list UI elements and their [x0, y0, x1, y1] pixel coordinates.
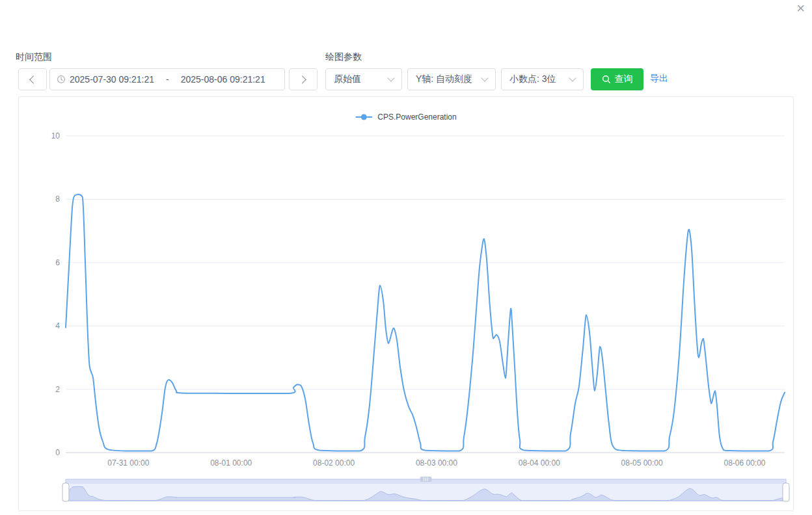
y-axis-mode-select[interactable]: Y轴: 自动刻度	[407, 68, 496, 90]
plot-params-label: 绘图参数	[325, 51, 362, 63]
decimal-places-select[interactable]: 小数点: 3位	[501, 68, 584, 90]
legend-dot-marker	[361, 114, 367, 120]
query-button[interactable]: 查询	[591, 68, 643, 90]
decimal-places-selected: 小数点: 3位	[509, 73, 556, 85]
time-series-dialog: { "window": { "close_icon": "×" }, "tool…	[0, 0, 812, 515]
y-axis-tick-label: 8	[55, 194, 60, 204]
chevron-left-icon	[29, 75, 38, 84]
x-axis-tick-label: 07-31 00:00	[107, 458, 149, 468]
chevron-down-icon	[481, 74, 488, 81]
grip-line	[427, 478, 428, 481]
legend-label: CPS.PowerGeneration	[377, 112, 456, 122]
y-axis-tick-label: 6	[55, 258, 60, 267]
export-link[interactable]: 导出	[650, 73, 668, 85]
y-axis-tick-label: 2	[55, 385, 60, 394]
query-button-label: 查询	[615, 73, 633, 85]
next-range-button[interactable]	[289, 68, 318, 90]
date-separator: -	[166, 74, 169, 85]
y-axis-tick-label: 4	[55, 321, 60, 330]
chevron-right-icon	[298, 75, 306, 84]
chart-panel: CPS.PowerGeneration 024681007-31 00:0008…	[18, 96, 794, 511]
series-line[interactable]	[66, 194, 785, 451]
time-range-label: 时间范围	[16, 51, 52, 63]
prev-range-button[interactable]	[18, 68, 47, 90]
chart-canvas[interactable]: 024681007-31 00:0008-01 00:0008-02 00:00…	[19, 97, 793, 510]
x-axis-tick-label: 08-02 00:00	[313, 458, 355, 468]
date-range-input[interactable]: 2025-07-30 09:21:21 - 2025-08-06 09:21:2…	[49, 68, 285, 90]
y-axis-tick-label: 10	[51, 131, 61, 140]
chevron-down-icon	[569, 74, 576, 81]
y-axis-mode-selected: Y轴: 自动刻度	[416, 73, 472, 85]
legend-item[interactable]: CPS.PowerGeneration	[355, 112, 456, 122]
close-icon[interactable]: ×	[796, 0, 805, 17]
x-axis-tick-label: 08-06 00:00	[724, 458, 765, 468]
y-axis-tick-label: 0	[55, 448, 60, 457]
datazoom-right-handle[interactable]	[783, 483, 789, 501]
clock-icon	[57, 75, 66, 84]
search-icon	[602, 75, 611, 84]
value-type-select[interactable]: 原始值	[325, 68, 402, 90]
value-type-selected: 原始值	[334, 73, 361, 85]
date-end-value: 2025-08-06 09:21:21	[181, 74, 265, 85]
datazoom-left-handle[interactable]	[62, 483, 69, 501]
grip-line	[426, 478, 426, 481]
x-axis-tick-label: 08-03 00:00	[416, 458, 457, 468]
x-axis-tick-label: 08-05 00:00	[621, 458, 663, 468]
x-axis-tick-label: 08-04 00:00	[519, 458, 560, 468]
date-start-value: 2025-07-30 09:21:21	[70, 74, 154, 85]
chevron-down-icon	[387, 74, 394, 81]
grip-line	[424, 478, 424, 481]
legend-line-marker	[355, 116, 372, 118]
x-axis-tick-label: 08-01 00:00	[210, 458, 252, 468]
